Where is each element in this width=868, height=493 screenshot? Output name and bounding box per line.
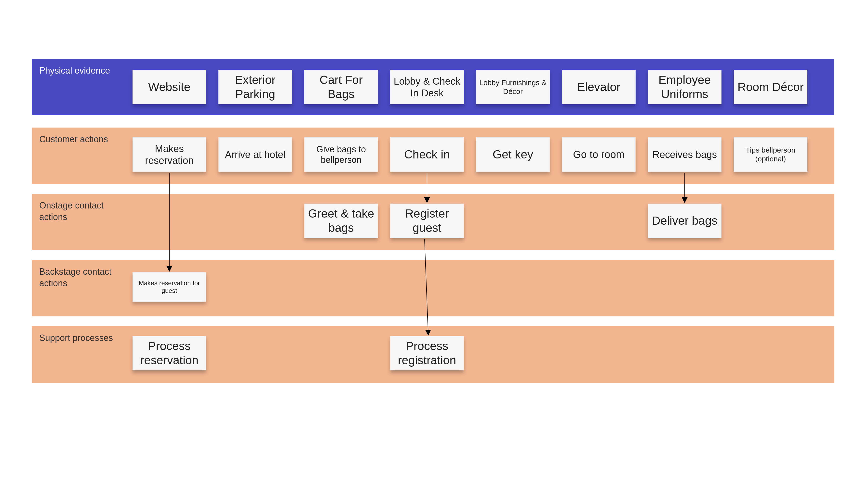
card-makes-reservation-for-guest[interactable]: Makes reservation for guest	[132, 272, 206, 302]
card-makes-reservation[interactable]: Makes reservation	[132, 137, 206, 172]
cards-physical-evidence: Website Exterior Parking Cart For Bags L…	[128, 59, 834, 115]
card-lobby-furnishings[interactable]: Lobby Furnishings & Décor	[476, 70, 550, 104]
lane-label-physical-evidence: Physical evidence	[32, 59, 128, 77]
card-employee-uniforms[interactable]: Employee Uniforms	[648, 70, 721, 104]
card-give-bags[interactable]: Give bags to bellperson	[304, 137, 378, 172]
card-cart-for-bags[interactable]: Cart For Bags	[304, 70, 378, 104]
card-lobby-checkin-desk[interactable]: Lobby & Check In Desk	[390, 70, 464, 104]
cards-backstage: Makes reservation for guest	[128, 260, 834, 316]
lane-backstage: Backstage contact actions Makes reservat…	[32, 260, 834, 316]
card-room-decor[interactable]: Room Décor	[734, 70, 807, 104]
card-exterior-parking[interactable]: Exterior Parking	[218, 70, 292, 104]
card-process-registration[interactable]: Process registration	[390, 336, 464, 370]
card-greet-take-bags[interactable]: Greet & take bags	[304, 203, 378, 238]
lane-customer-actions: Customer actions Makes reservation Arriv…	[32, 128, 834, 184]
card-check-in[interactable]: Check in	[390, 137, 464, 172]
card-deliver-bags[interactable]: Deliver bags	[648, 203, 721, 238]
lane-onstage: Onstage contact actions Greet & take bag…	[32, 194, 834, 250]
lane-support: Support processes Process reservation Pr…	[32, 326, 834, 383]
cards-customer-actions: Makes reservation Arrive at hotel Give b…	[128, 128, 834, 184]
lane-physical-evidence: Physical evidence Website Exterior Parki…	[32, 59, 834, 115]
card-website[interactable]: Website	[132, 70, 206, 104]
lane-label-customer-actions: Customer actions	[32, 128, 128, 145]
card-tips-bellperson[interactable]: Tips bellperson (optional)	[734, 137, 807, 172]
card-process-reservation[interactable]: Process reservation	[132, 336, 206, 370]
card-elevator[interactable]: Elevator	[562, 70, 636, 104]
cards-support: Process reservation Process registration	[128, 326, 834, 383]
service-blueprint-canvas: Physical evidence Website Exterior Parki…	[32, 59, 834, 434]
lane-label-backstage: Backstage contact actions	[32, 260, 128, 289]
cards-onstage: Greet & take bags Register guest Deliver…	[128, 194, 834, 250]
card-receives-bags[interactable]: Receives bags	[648, 137, 721, 172]
card-go-to-room[interactable]: Go to room	[562, 137, 636, 172]
lane-label-onstage: Onstage contact actions	[32, 194, 128, 223]
card-register-guest[interactable]: Register guest	[390, 203, 464, 238]
card-arrive-at-hotel[interactable]: Arrive at hotel	[218, 137, 292, 172]
lane-label-support: Support processes	[32, 326, 128, 344]
card-get-key[interactable]: Get key	[476, 137, 550, 172]
